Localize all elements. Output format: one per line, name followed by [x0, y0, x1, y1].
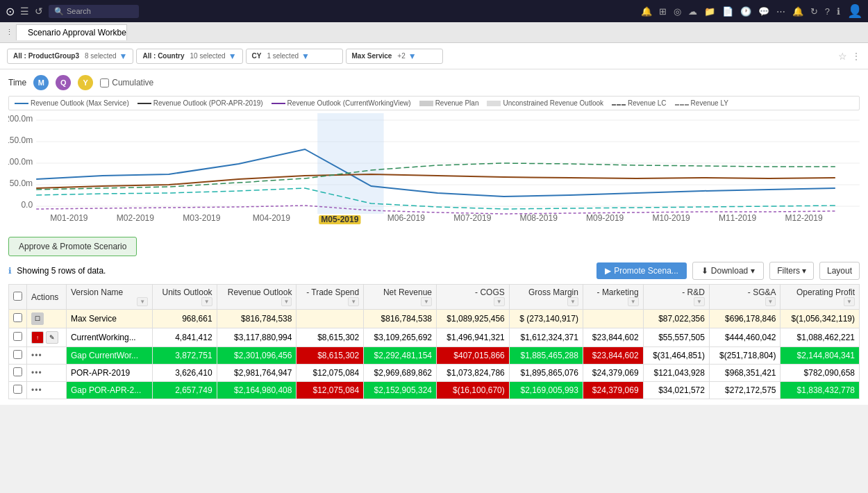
row1-checkbox[interactable]	[13, 313, 22, 322]
nav-chat-icon[interactable]: 💬	[758, 6, 769, 17]
rd-filter-btn[interactable]: ▼	[694, 297, 705, 306]
time-label: Time	[8, 78, 26, 87]
row4-checkbox-cell[interactable]	[9, 365, 27, 382]
filter-product-group[interactable]: All : ProductGroup3 8 selected ▼	[7, 49, 133, 64]
nav-circle-icon[interactable]: ◎	[674, 6, 681, 17]
op-profit-filter-btn[interactable]: ▼	[844, 297, 855, 306]
svg-text:M07-2019: M07-2019	[453, 213, 492, 223]
th-sga: - SG&A ▼	[709, 285, 781, 310]
cumulative-checkbox[interactable]	[100, 78, 109, 87]
row3-more-icon[interactable]: •••	[31, 351, 42, 360]
filter-cy[interactable]: CY 1 selected ▼	[246, 49, 343, 64]
th-rd-label: - R&D	[648, 287, 705, 297]
back-icon[interactable]: ↺	[35, 6, 43, 17]
row5-actions: •••	[27, 382, 67, 399]
units-filter-btn[interactable]: ▼	[201, 297, 212, 306]
row2-marketing: $23,844,602	[583, 328, 643, 347]
legend-max-service-label: Revenue Outlook (Max Service)	[31, 99, 129, 107]
approve-promote-button[interactable]: Approve & Promote Scenario	[8, 237, 137, 256]
revenue-filter-btn[interactable]: ▼	[281, 297, 292, 306]
nav-dot-icon[interactable]: ⋯	[776, 6, 785, 17]
cogs-filter-btn[interactable]: ▼	[494, 297, 505, 306]
bookmark-icon[interactable]: ☆	[838, 51, 847, 62]
nav-info-icon[interactable]: ℹ	[837, 6, 840, 17]
legend-por: Revenue Outlook (POR-APR-2019)	[137, 99, 263, 107]
row5-net-revenue: $2,152,905,324	[364, 382, 437, 399]
promote-scenario-button[interactable]: ▶ Promote Scena...	[596, 262, 687, 279]
time-btn-m[interactable]: M	[33, 75, 49, 90]
logo-icon[interactable]: ⊙	[6, 5, 15, 18]
th-rd: - R&D ▼	[643, 285, 709, 310]
row1-checkbox-icon[interactable]: ☐	[31, 312, 44, 325]
tab-scenario-approval[interactable]: Scenario Approval Workbe...	[16, 24, 127, 40]
sidebar-toggle-icon[interactable]: ⋮	[3, 26, 16, 38]
row3-checkbox-cell[interactable]	[9, 347, 27, 365]
cumulative-checkbox-label[interactable]: Cumulative	[100, 78, 153, 87]
row5-units: 2,657,749	[153, 382, 217, 399]
legend-lc-line	[612, 104, 626, 106]
version-filter-btn[interactable]: ▼	[137, 297, 148, 306]
filter-max-service[interactable]: Max Service +2 ▼	[346, 49, 443, 64]
promote-arrow-icon: ▶	[605, 266, 611, 276]
nav-folder-icon[interactable]: 📁	[704, 6, 715, 17]
trade-filter-btn[interactable]: ▼	[348, 297, 359, 306]
th-select-all[interactable]	[9, 285, 27, 310]
legend-cwv-line	[272, 103, 285, 104]
row2-sga: $444,460,042	[709, 328, 781, 347]
time-btn-q[interactable]: Q	[56, 75, 71, 90]
layout-button[interactable]: Layout	[819, 262, 860, 280]
row4-units: 3,626,410	[153, 365, 217, 382]
filter-menu-icon[interactable]: ⋮	[851, 51, 861, 62]
row3-rd: $(31,464,851)	[643, 347, 709, 365]
row3-net-revenue: $2,292,481,154	[364, 347, 437, 365]
nav-help-icon[interactable]: ?	[825, 6, 830, 17]
search-box[interactable]: 🔍 Search	[49, 5, 139, 18]
row1-rd: $87,022,356	[643, 310, 709, 328]
nav-notif-icon[interactable]: 🔔	[792, 6, 803, 17]
row2-rd: $55,557,505	[643, 328, 709, 347]
filter-max-service-icon: ▼	[408, 51, 417, 61]
row2-checkbox[interactable]	[13, 332, 22, 341]
row5-more-icon[interactable]: •••	[31, 385, 42, 395]
nav-bell-icon[interactable]: 🔔	[641, 6, 652, 17]
th-op-profit-label: Operating Profit	[785, 287, 855, 297]
nav-user-icon[interactable]: 👤	[847, 3, 862, 19]
download-label: Download	[711, 266, 748, 276]
search-label: Search	[67, 7, 91, 15]
filter-country[interactable]: All : Country 10 selected ▼	[136, 49, 242, 64]
row5-checkbox-cell[interactable]	[9, 382, 27, 399]
row2-red-icon[interactable]: !	[31, 331, 44, 344]
row3-checkbox[interactable]	[13, 350, 22, 359]
row4-checkbox[interactable]	[13, 367, 22, 376]
menu-icon[interactable]: ☰	[20, 6, 29, 17]
nav-file-icon[interactable]: 📄	[722, 6, 733, 17]
select-all-checkbox[interactable]	[13, 292, 22, 301]
row4-revenue: $2,981,764,947	[217, 365, 297, 382]
marketing-filter-btn[interactable]: ▼	[628, 297, 639, 306]
nav-refresh-icon[interactable]: ↻	[810, 6, 818, 17]
time-btn-y[interactable]: Y	[78, 75, 93, 90]
svg-text:M05-2019: M05-2019	[321, 215, 359, 224]
row5-sga: $272,172,575	[709, 382, 781, 399]
gross-filter-btn[interactable]: ▼	[567, 297, 578, 306]
row2-edit-icon[interactable]: ✎	[46, 331, 58, 344]
nav-grid-icon[interactable]: ⊞	[659, 6, 667, 17]
net-revenue-filter-btn[interactable]: ▼	[421, 297, 432, 306]
row5-checkbox[interactable]	[13, 385, 22, 394]
download-icon: ⬇	[701, 266, 708, 276]
sga-filter-btn[interactable]: ▼	[765, 297, 776, 306]
filters-button[interactable]: Filters ▾	[769, 262, 814, 280]
row4-more-icon[interactable]: •••	[31, 368, 42, 378]
info-text-container: ℹ Showing 5 rows of data.	[8, 266, 106, 276]
legend-plan-label: Revenue Plan	[435, 99, 479, 107]
th-cogs-label: - COGS	[441, 287, 505, 297]
svg-text:200.0m: 200.0m	[8, 114, 33, 124]
row2-checkbox-cell[interactable]	[9, 328, 27, 347]
svg-text:M06-2019: M06-2019	[387, 213, 426, 223]
th-trade-spend: - Trade Spend ▼	[297, 285, 364, 310]
nav-clock-icon[interactable]: 🕐	[740, 6, 751, 17]
nav-cloud-icon[interactable]: ☁	[688, 6, 697, 17]
row1-checkbox-cell[interactable]	[9, 310, 27, 328]
row4-trade: $12,075,084	[297, 365, 364, 382]
download-button[interactable]: ⬇ Download ▾	[692, 262, 764, 280]
